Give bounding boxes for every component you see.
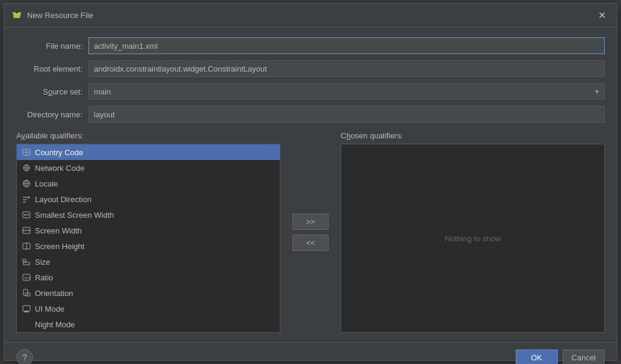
title-bar: New Resource File ✕ xyxy=(4,4,617,28)
qualifier-label-orientation: Orientation xyxy=(35,289,73,298)
size-icon xyxy=(22,257,31,267)
qualifier-label-ui-mode: UI Mode xyxy=(35,304,64,313)
qualifier-item-orientation[interactable]: Orientation xyxy=(17,285,280,301)
qualifier-item-ratio[interactable]: 16:9 Ratio xyxy=(17,270,280,285)
available-qualifiers-label: Available qualifiers: xyxy=(16,131,280,140)
ui-mode-icon xyxy=(22,304,31,313)
qualifier-item-country-code[interactable]: Country Code xyxy=(17,144,280,160)
cancel-button[interactable]: Cancel xyxy=(563,350,605,365)
new-resource-dialog: New Resource File ✕ File name: Root elem… xyxy=(4,3,617,361)
chosen-qualifiers-area: Nothing to show xyxy=(341,144,605,333)
svg-rect-35 xyxy=(23,262,29,265)
svg-text:16:9: 16:9 xyxy=(24,276,31,280)
qualifier-item-screen-height[interactable]: Screen Height xyxy=(17,238,280,254)
qualifier-label-country-code: Country Code xyxy=(35,148,83,157)
file-name-label: File name: xyxy=(16,42,82,51)
svg-point-4 xyxy=(18,13,19,14)
available-qualifiers-list[interactable]: Country Code Network Code xyxy=(16,144,280,333)
qualifier-item-smallest-screen-width[interactable]: Smallest Screen Width xyxy=(17,207,280,223)
svg-rect-40 xyxy=(23,306,30,311)
screen-width-icon xyxy=(22,226,31,235)
svg-rect-34 xyxy=(23,259,26,262)
qualifier-item-night-mode[interactable]: Night Mode xyxy=(17,316,280,332)
smallest-screen-width-icon xyxy=(22,210,31,220)
empty-message: Nothing to show xyxy=(445,234,501,243)
source-set-select[interactable]: main debug release xyxy=(88,83,605,100)
orientation-icon xyxy=(22,288,31,298)
qualifier-item-screen-width[interactable]: Screen Width xyxy=(17,223,280,238)
qualifier-item-layout-direction[interactable]: Layout Direction xyxy=(17,191,280,207)
remove-qualifier-button[interactable]: << xyxy=(292,235,329,251)
root-element-label: Root element: xyxy=(16,64,82,73)
network-code-icon xyxy=(22,163,31,173)
ratio-icon: 16:9 xyxy=(22,273,31,282)
middle-buttons: >> << xyxy=(286,131,335,333)
qualifier-label-screen-height: Screen Height xyxy=(35,242,84,251)
svg-marker-19 xyxy=(28,196,30,199)
help-button[interactable]: ? xyxy=(16,349,33,364)
layout-direction-icon xyxy=(22,194,31,204)
night-mode-icon xyxy=(22,319,31,329)
add-qualifier-button[interactable]: >> xyxy=(292,214,329,230)
directory-name-label: Directory name: xyxy=(16,110,82,119)
svg-point-3 xyxy=(15,13,16,14)
qualifier-label-ratio: Ratio xyxy=(35,273,53,282)
qualifier-item-locale[interactable]: Locale xyxy=(17,176,280,191)
qualifier-label-screen-width: Screen Width xyxy=(35,226,82,235)
qualifier-item-network-code[interactable]: Network Code xyxy=(17,160,280,176)
qualifier-label-layout-direction: Layout Direction xyxy=(35,195,91,204)
qualifier-label-locale: Locale xyxy=(35,179,58,188)
source-set-row: Source set: main debug release ▼ xyxy=(16,83,605,100)
android-icon xyxy=(11,10,22,21)
file-name-row: File name: xyxy=(16,37,605,54)
chosen-qualifiers-label: Chosen qualifiers: xyxy=(341,131,605,140)
close-button[interactable]: ✕ xyxy=(595,8,610,22)
locale-icon xyxy=(22,179,31,188)
source-set-wrapper: main debug release ▼ xyxy=(88,83,605,100)
dialog-footer: ? OK Cancel xyxy=(4,342,617,364)
screen-height-icon xyxy=(22,241,31,251)
directory-name-row: Directory name: xyxy=(16,106,605,123)
source-set-label: Source set: xyxy=(16,87,82,96)
svg-rect-2 xyxy=(13,13,20,18)
directory-name-input[interactable] xyxy=(88,106,605,123)
dialog-title: New Resource File xyxy=(27,11,93,20)
root-element-input[interactable] xyxy=(88,60,605,77)
chosen-qualifiers-panel: Chosen qualifiers: Nothing to show xyxy=(341,131,605,333)
qualifier-label-size: Size xyxy=(35,258,50,267)
qualifiers-section: Available qualifiers: Country Code xyxy=(16,131,605,333)
qualifier-label-network-code: Network Code xyxy=(35,164,84,173)
dialog-content: File name: Root element: Source set: mai… xyxy=(4,28,617,342)
qualifier-label-smallest-screen-width: Smallest Screen Width xyxy=(35,211,114,220)
qualifier-item-size[interactable]: Size xyxy=(17,254,280,270)
available-qualifiers-panel: Available qualifiers: Country Code xyxy=(16,131,280,333)
qualifier-label-night-mode: Night Mode xyxy=(35,320,75,329)
ok-button[interactable]: OK xyxy=(516,350,558,365)
country-code-icon xyxy=(22,147,31,157)
root-element-row: Root element: xyxy=(16,60,605,77)
qualifier-item-ui-mode[interactable]: UI Mode xyxy=(17,301,280,316)
file-name-input[interactable] xyxy=(88,37,605,54)
footer-actions: OK Cancel xyxy=(516,350,605,365)
